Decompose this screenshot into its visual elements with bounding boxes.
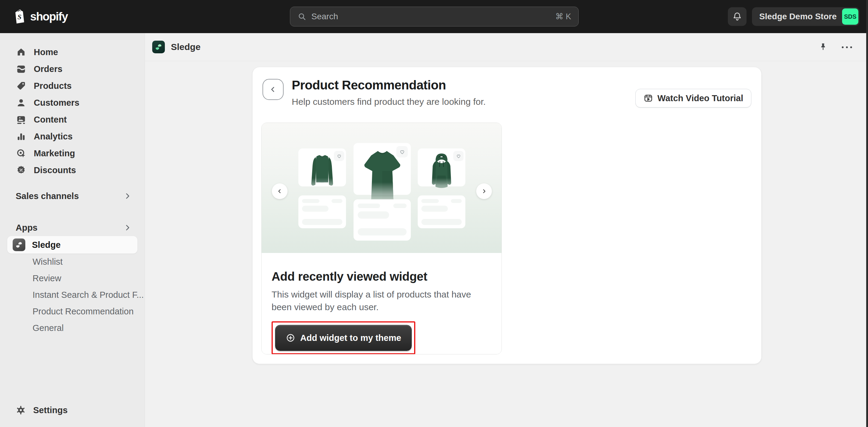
window-scrollbar[interactable] (866, 0, 868, 427)
widget-heading: Add recently viewed widget (272, 270, 493, 283)
product-card-skeleton (353, 199, 411, 240)
bell-icon (733, 12, 742, 21)
marketing-icon (16, 148, 27, 158)
orders-icon (16, 64, 27, 74)
carousel-next-button[interactable] (476, 184, 492, 199)
add-widget-button[interactable]: Add widget to my theme (275, 325, 412, 351)
global-search[interactable]: ⌘ K (290, 7, 579, 27)
svg-text:S: S (18, 13, 22, 21)
sidebar-item-wishlist[interactable]: Wishlist (0, 254, 145, 270)
more-options-icon[interactable] (841, 45, 853, 49)
sidebar-item-customers[interactable]: Customers (0, 94, 145, 111)
sidebar-item-settings[interactable]: Settings (0, 402, 145, 419)
sidebar-item-sledge-app[interactable]: Sledge (7, 236, 137, 254)
sidebar-item-products[interactable]: Products (0, 77, 145, 94)
wishlist-heart-button[interactable] (396, 146, 408, 158)
shopify-logo[interactable]: S shopify (13, 9, 68, 24)
sidebar-item-orders[interactable]: Orders (0, 61, 145, 77)
store-initials-badge: SDS (842, 8, 858, 25)
search-input[interactable] (311, 12, 550, 21)
sidebar-item-instant-search[interactable]: Instant Search & Product F... (0, 287, 145, 303)
app-title: Sledge (171, 42, 200, 52)
sidebar-section-sales-channels[interactable]: Sales channels (0, 188, 145, 204)
pin-icon[interactable] (818, 42, 828, 53)
shopify-wordmark: shopify (30, 10, 68, 23)
sidebar-item-analytics[interactable]: Analytics (0, 128, 145, 145)
wishlist-heart-button[interactable] (334, 151, 344, 161)
sidebar-nav: Home Orders Products Customers Content A (0, 44, 145, 336)
store-name: Sledge Demo Store (759, 12, 837, 21)
plus-circle-icon (286, 333, 296, 343)
video-tutorial-icon (644, 93, 653, 103)
back-button[interactable] (262, 79, 284, 100)
chevron-right-icon (124, 224, 131, 232)
sidebar-section-apps[interactable]: Apps (0, 219, 145, 236)
tag-icon (16, 81, 27, 91)
sidebar-item-marketing[interactable]: Marketing (0, 145, 145, 162)
sidebar-item-general[interactable]: General (0, 320, 145, 336)
main-area: Sledge Product Recommendation Help custo… (145, 33, 868, 427)
carousel-prev-button[interactable] (272, 184, 287, 199)
watch-video-tutorial-button[interactable]: Watch Video Tutorial (635, 89, 751, 107)
search-shortcut: ⌘ K (555, 12, 571, 21)
chevron-left-icon (269, 85, 277, 94)
widget-description: This widget will display a list of produ… (272, 288, 493, 314)
product-recommendation-card: Product Recommendation Help customers fi… (252, 67, 762, 364)
discounts-icon (16, 165, 27, 175)
customers-icon (16, 98, 27, 108)
topbar: S shopify ⌘ K Sledge Demo (0, 0, 868, 33)
sidebar-item-review[interactable]: Review (0, 270, 145, 287)
analytics-icon (16, 131, 27, 141)
app-header: Sledge (145, 33, 868, 61)
notifications-button[interactable] (728, 7, 747, 26)
annotation-highlight-box: Add widget to my theme (272, 321, 415, 354)
topbar-right: Sledge Demo Store SDS (728, 7, 860, 26)
widget-info-section: Add recently viewed widget This widget w… (261, 253, 501, 354)
header-actions (818, 33, 853, 61)
chevron-right-icon (124, 192, 131, 200)
sledge-app-icon (13, 238, 25, 251)
product-card-skeleton (418, 195, 465, 228)
wishlist-heart-button[interactable] (453, 151, 464, 161)
widget-preview-panel: Add recently viewed widget This widget w… (261, 123, 502, 354)
sidebar-item-content[interactable]: Content (0, 111, 145, 128)
shopify-bag-icon: S (13, 9, 27, 24)
add-widget-label: Add widget to my theme (300, 333, 401, 343)
sidebar-item-home[interactable]: Home (0, 44, 145, 61)
product-card-skeleton (299, 195, 346, 228)
sidebar-item-discounts[interactable]: Discounts (0, 162, 145, 178)
page-title: Product Recommendation (292, 78, 446, 93)
store-menu-button[interactable]: Sledge Demo Store SDS (752, 7, 860, 26)
page-subtitle: Help customers find product they are loo… (292, 97, 486, 107)
sidebar: Home Orders Products Customers Content A (0, 33, 145, 427)
home-icon (16, 47, 27, 57)
widget-preview-carousel (261, 123, 501, 253)
sledge-app-icon (152, 41, 165, 53)
sidebar-item-product-recommendation[interactable]: Product Recommendation (0, 303, 145, 320)
shopify-admin-screen: S shopify ⌘ K Sledge Demo (0, 0, 868, 427)
gear-icon (16, 405, 26, 415)
search-icon (298, 12, 307, 21)
content-icon (16, 114, 27, 125)
watch-video-label: Watch Video Tutorial (657, 93, 743, 103)
